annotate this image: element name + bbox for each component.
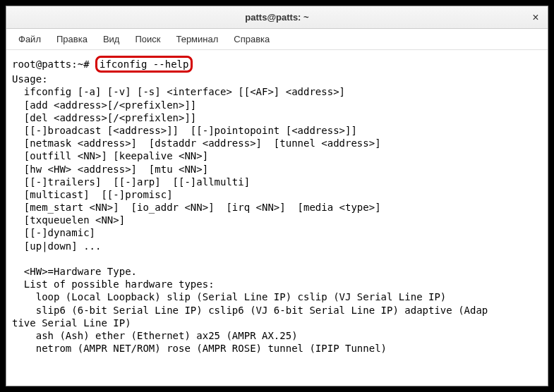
menu-search[interactable]: Поиск	[128, 31, 167, 47]
output-line: [up|down] ...	[12, 240, 101, 252]
terminal-content[interactable]: root@patts:~# ifconfig --help Usage: ifc…	[6, 50, 548, 386]
output-line: [add <address>[/<prefixlen>]]	[12, 99, 196, 111]
menubar: Файл Правка Вид Поиск Терминал Справка	[6, 29, 548, 50]
menu-edit[interactable]: Правка	[50, 31, 94, 47]
output-line: [del <address>[/<prefixlen>]]	[12, 112, 196, 123]
output-line: List of possible hardware types:	[12, 278, 215, 290]
output-line: [txqueuelen <NN>]	[12, 214, 125, 226]
output-line: [mem_start <NN>] [io_addr <NN>] [irq <NN…	[12, 202, 381, 213]
output-line: [outfill <NN>] [keepalive <NN>]	[12, 150, 208, 161]
menu-terminal[interactable]: Терминал	[169, 31, 224, 47]
prompt: root@patts:~#	[12, 59, 95, 70]
close-icon[interactable]: ×	[529, 11, 542, 24]
output-line: [[-]broadcast [<address>]] [[-]pointopoi…	[12, 125, 357, 136]
output-line: Usage:	[12, 73, 48, 85]
output-line: tive Serial Line IP)	[12, 317, 131, 329]
command-highlight: ifconfig --help	[95, 56, 193, 73]
output-line: loop (Local Loopback) slip (Serial Line …	[12, 291, 446, 302]
menu-help[interactable]: Справка	[227, 31, 276, 47]
output-line: [netmask <address>] [dstaddr <address>] …	[12, 137, 381, 149]
menu-view[interactable]: Вид	[97, 31, 126, 47]
output-line: ash (Ash) ether (Ethernet) ax25 (AMPR AX…	[12, 330, 298, 341]
output-line: [[-]dynamic]	[12, 227, 95, 238]
output-line: [hw <HW> <address>] [mtu <NN>]	[12, 164, 208, 175]
output-line: [multicast] [[-]promisc]	[12, 189, 173, 200]
menu-file[interactable]: Файл	[12, 31, 47, 47]
terminal-window: patts@patts: ~ × Файл Правка Вид Поиск Т…	[6, 6, 548, 386]
window-title: patts@patts: ~	[245, 12, 308, 23]
titlebar: patts@patts: ~ ×	[6, 6, 548, 29]
output-line: [[-]trailers] [[-]arp] [[-]allmulti]	[12, 176, 250, 188]
output-line: ifconfig [-a] [-v] [-s] <interface> [[<A…	[12, 86, 345, 97]
output-line: <HW>=Hardware Type.	[12, 266, 137, 277]
output-line: netrom (AMPR NET/ROM) rose (AMPR ROSE) t…	[12, 343, 387, 354]
output-line: slip6 (6-bit Serial Line IP) cslip6 (VJ …	[12, 305, 488, 316]
command-text: ifconfig --help	[100, 59, 188, 70]
